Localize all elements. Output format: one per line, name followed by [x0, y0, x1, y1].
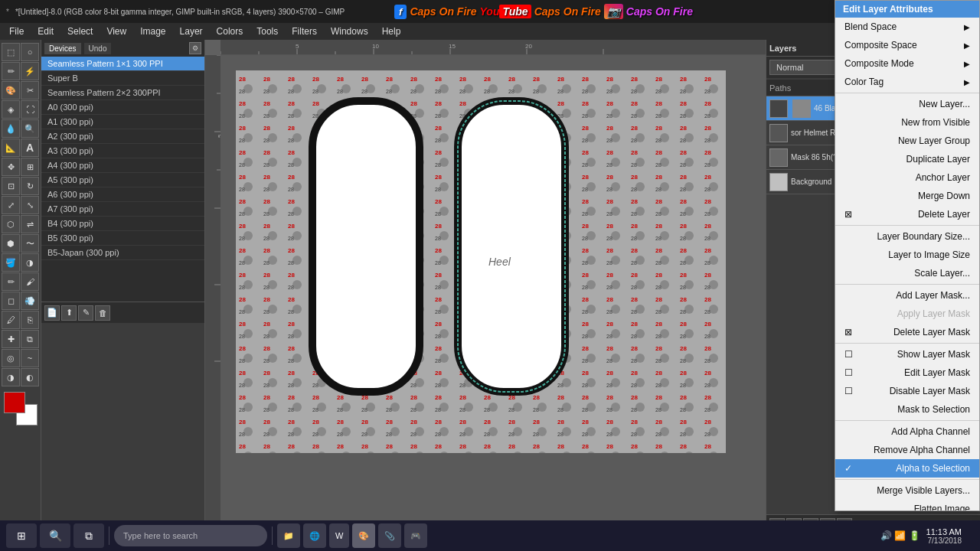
ctx-edit-layer-mask[interactable]: ☐ Edit Layer Mask	[835, 364, 979, 382]
ctx-new-layer-group[interactable]: New Layer Group	[835, 132, 979, 150]
ctx-alpha-to-selection[interactable]: ✓ Alpha to Selection	[835, 459, 979, 478]
tool-scissors-select[interactable]: ✂	[21, 81, 39, 99]
tab-undo[interactable]: Undo	[84, 43, 112, 54]
panel-btn-4[interactable]: 🗑	[95, 305, 110, 321]
tool-airbrush[interactable]: 💨	[21, 292, 39, 310]
ctx-layer-boundary-size[interactable]: Layer Boundary Size...	[835, 227, 979, 246]
tool-color-picker[interactable]: 💧	[2, 119, 20, 138]
list-item-5[interactable]: A2 (300 ppi)	[41, 129, 204, 144]
ctx-composite-mode[interactable]: Composite Mode ▶	[835, 54, 979, 73]
tool-dodge-burn[interactable]: ◑	[2, 368, 20, 386]
ctx-color-tag[interactable]: Color Tag ▶	[835, 73, 979, 91]
panel-config-btn[interactable]: ⚙	[189, 42, 201, 54]
taskbar-explorer[interactable]: 📁	[277, 523, 300, 548]
tool-foreground-select[interactable]: ◈	[2, 100, 20, 119]
taskbar-gimp[interactable]: 🎨	[352, 523, 375, 548]
menu-colors[interactable]: Colors	[211, 24, 250, 38]
ctx-new-from-visible[interactable]: New from Visible	[835, 113, 979, 132]
tool-eraser[interactable]: ◻	[2, 292, 20, 310]
list-item-0[interactable]: Seamless Pattern 1×1 300 PPI	[41, 57, 204, 71]
tool-heal[interactable]: ✚	[2, 330, 20, 348]
task-view-button[interactable]: ⧉	[74, 523, 104, 548]
taskbar-search[interactable]	[114, 525, 267, 546]
list-item-7[interactable]: A4 (300 ppi)	[41, 158, 204, 173]
taskbar-chrome[interactable]: 🌐	[303, 523, 326, 548]
tool-paintbrush[interactable]: 🖌	[21, 272, 39, 291]
tool-rect-select[interactable]: ⬚	[2, 43, 20, 61]
panel-btn-1[interactable]: 📄	[44, 305, 60, 321]
ctx-merge-down[interactable]: Merge Down	[835, 187, 979, 205]
tool-paths[interactable]: ⛶	[21, 100, 39, 119]
list-item-3[interactable]: A0 (300 ppi)	[41, 100, 204, 115]
list-item-12[interactable]: B5 (300 ppi)	[41, 231, 204, 246]
tab-devices[interactable]: Devices	[44, 43, 81, 54]
menu-edit[interactable]: Edit	[31, 24, 60, 38]
devices-list[interactable]: Seamless Pattern 1×1 300 PPI Super B Sea…	[41, 57, 204, 302]
taskbar-app6[interactable]: 🎮	[404, 523, 427, 548]
list-item-4[interactable]: A1 (300 ppi)	[41, 115, 204, 129]
ctx-delete-layer-mask[interactable]: ⊠ Delete Layer Mask	[835, 323, 979, 341]
tool-text[interactable]: A	[21, 139, 39, 157]
ctx-blend-space[interactable]: Blend Space ▶	[835, 18, 979, 36]
ctx-add-layer-mask[interactable]: Add Layer Mask...	[835, 286, 979, 305]
ctx-show-layer-mask[interactable]: ☐ Show Layer Mask	[835, 345, 979, 364]
taskbar-word[interactable]: W	[329, 523, 349, 548]
tool-move[interactable]: ✥	[2, 158, 20, 176]
tool-perspective-clone[interactable]: ⧉	[21, 330, 39, 348]
list-item-2[interactable]: Seamless Pattern 2×2 300PPI	[41, 86, 204, 100]
tool-bucket-fill[interactable]: 🪣	[2, 253, 20, 272]
tool-measure[interactable]: 📐	[2, 139, 20, 157]
list-item-9[interactable]: A6 (300 ppi)	[41, 187, 204, 202]
tool-cage-transform[interactable]: ⬢	[2, 234, 20, 253]
tool-scale[interactable]: ⤢	[2, 196, 20, 214]
foreground-color-swatch[interactable]	[4, 392, 25, 413]
taskbar-app5[interactable]: 📎	[378, 523, 401, 548]
ctx-composite-space[interactable]: Composite Space ▶	[835, 36, 979, 54]
menu-view[interactable]: View	[100, 24, 132, 38]
ctx-merge-visible-layers[interactable]: Merge Visible Layers...	[835, 481, 979, 500]
tool-warp-transform[interactable]: 〜	[21, 234, 39, 253]
search-button[interactable]: 🔍	[40, 523, 70, 548]
menu-layer[interactable]: Layer	[174, 24, 209, 38]
tool-align[interactable]: ⊞	[21, 158, 39, 176]
list-item-11[interactable]: B4 (300 ppi)	[41, 217, 204, 231]
list-item-6[interactable]: A3 (300 ppi)	[41, 144, 204, 158]
tool-ellipse-select[interactable]: ○	[21, 43, 39, 61]
menu-filters[interactable]: Filters	[286, 24, 323, 38]
tool-select-by-color[interactable]: 🎨	[2, 81, 20, 99]
tool-desaturate[interactable]: ◐	[21, 368, 39, 386]
show-desktop-button[interactable]	[968, 523, 974, 548]
list-item-8[interactable]: A5 (300 ppi)	[41, 173, 204, 187]
ctx-anchor-layer[interactable]: Anchor Layer	[835, 168, 979, 187]
ctx-duplicate-layer[interactable]: Duplicate Layer	[835, 150, 979, 168]
tool-perspective[interactable]: ⬡	[2, 215, 20, 233]
tool-blend[interactable]: ◑	[21, 253, 39, 272]
tool-zoom[interactable]: 🔍	[21, 119, 39, 138]
tool-fuzzy-select[interactable]: ⚡	[21, 62, 39, 80]
ctx-remove-alpha-channel[interactable]: Remove Alpha Channel	[835, 441, 979, 459]
menu-windows[interactable]: Windows	[325, 24, 374, 38]
tool-ink[interactable]: 🖊	[2, 311, 20, 329]
menu-tools[interactable]: Tools	[250, 24, 284, 38]
list-item-10[interactable]: A7 (300 ppi)	[41, 202, 204, 217]
ctx-add-alpha-channel[interactable]: Add Alpha Channel	[835, 422, 979, 441]
panel-btn-3[interactable]: ✎	[78, 305, 93, 321]
tool-free-select[interactable]: ✏	[2, 62, 20, 80]
menu-file[interactable]: File	[3, 24, 30, 38]
ctx-disable-layer-mask[interactable]: ☐ Disable Layer Mask	[835, 382, 979, 400]
list-item-1[interactable]: Super B	[41, 71, 204, 86]
menu-image[interactable]: Image	[134, 24, 172, 38]
ctx-flatten-image[interactable]: Flatten Image	[835, 500, 979, 511]
tool-shear[interactable]: ⤡	[21, 196, 39, 214]
tool-rotate[interactable]: ↻	[21, 177, 39, 195]
list-item-13[interactable]: B5-Japan (300 ppi)	[41, 246, 204, 260]
panel-btn-2[interactable]: ⬆	[61, 305, 77, 321]
ctx-layer-to-image-size[interactable]: Layer to Image Size	[835, 246, 979, 264]
ctx-scale-layer[interactable]: Scale Layer...	[835, 264, 979, 282]
tool-flip[interactable]: ⇌	[21, 215, 39, 233]
ctx-new-layer[interactable]: New Layer...	[835, 95, 979, 113]
tool-blur-sharpen[interactable]: ◎	[2, 349, 20, 367]
tool-pencil[interactable]: ✏	[2, 272, 20, 291]
ctx-mask-to-selection[interactable]: Mask to Selection	[835, 400, 979, 419]
ctx-delete-layer[interactable]: ⊠ Delete Layer	[835, 205, 979, 223]
